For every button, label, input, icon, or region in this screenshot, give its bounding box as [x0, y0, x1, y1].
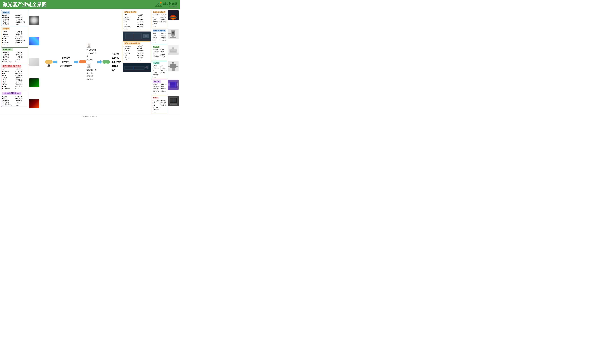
svg-rect-32	[172, 36, 174, 37]
svg-rect-40	[170, 50, 172, 51]
upstream-label-col: 上游	[45, 10, 53, 114]
laser-machine-image	[123, 31, 151, 41]
semiconductor-col1: • 环旭电子 • 歌尔声学 • 大恒科技 • 利达光电 • ......	[153, 83, 159, 94]
arrow-right-icon2	[74, 60, 79, 64]
content-area: 光学元件 • 舜宇光学 • 利达光电 • 水晶光电 • 凤凰光学 • 奥普光电 …	[0, 9, 180, 115]
downstream-label: 下游	[102, 60, 110, 64]
printing-content: • 武汉滨湖机电 • 3D Systems • Stratasys • ....…	[153, 100, 166, 113]
high-power-col1: • IPG • Coherent • SPI • NHK • JDSU • Nu…	[2, 68, 14, 90]
list-item: • 德龙激光	[15, 54, 27, 56]
svg-point-13	[145, 35, 147, 37]
list-item: • 盛雄激光	[15, 81, 27, 83]
list-item: • 舜宇光学	[2, 14, 14, 17]
list-item: • Fibercore	[2, 44, 14, 46]
list-item: • Nufern	[2, 37, 14, 39]
list-item: • Operations	[2, 87, 14, 90]
arrow1	[53, 60, 58, 64]
list-item: • ......	[153, 25, 159, 27]
list-item: • 3D Systems	[153, 104, 159, 108]
list-item: • 富士康	[153, 72, 159, 74]
list-item: • PRIMA	[160, 72, 166, 74]
right-service-panels: 激光服务-表面处理 • 新松机器人 • 新南洋 • 炬光科技 • Nufern …	[152, 10, 179, 114]
robot-svg	[168, 61, 179, 71]
list-item: 通讯半导体	[112, 60, 121, 64]
mid-power-col1: • 大族激光 • 光韵达 • 利达光电 • 金运激光 • 中国电子科技	[2, 95, 14, 106]
list-item: • 大恒科技	[160, 18, 166, 21]
downstream-label-col: 下游	[102, 10, 110, 114]
optics-components-content: • 舜宇光学 • 利达光电 • 水晶光电 • 凤凰光学 • 奥普光电 • 福星科…	[2, 14, 27, 25]
list-item: • 华工光电	[15, 79, 27, 81]
list-item: • Fotona	[160, 55, 166, 58]
arrow2	[74, 60, 79, 64]
semiconductor-content: • 环旭电子 • 歌尔声学 • 大恒科技 • 利达光电 • ...... • 长…	[153, 83, 166, 94]
laser-red-image	[29, 99, 39, 108]
list-item: • 大恒科技	[160, 37, 166, 39]
list-item: • 利达光电	[153, 90, 159, 92]
mid-power-col2: • 长飞光纤 • 德龙激光 • 大恒科技 • JDSU • ......	[15, 95, 27, 106]
upstream-item2: 光学材料	[62, 61, 70, 63]
list-item: • NHK	[2, 75, 14, 77]
scanner-svg	[168, 29, 179, 39]
mid-items-text: 大功率激光器 中小功率激光器 激光系统	[87, 49, 97, 61]
list-item: • Nufern	[124, 28, 136, 30]
header: 激光器产业链全景图 新材料在线 xincailiao.com	[0, 0, 180, 9]
list-item: • 光电股份	[15, 17, 27, 19]
surface-image	[168, 10, 179, 20]
list-item: • 中国电子科技	[2, 104, 14, 106]
list-item: • 水晶光电	[2, 19, 14, 21]
chip-svg	[168, 80, 179, 90]
list-item: • 华仁亿和	[15, 37, 27, 39]
optics-materials-content: • JDSU • Corning • Stockyale • Nufern • …	[2, 31, 27, 46]
surface-col1: • 新松机器人 • 新南洋 • 炬光科技 • Nufern • ......	[153, 14, 159, 27]
medical-box: 医疗美容 • 复星医药 • 新科以仁 • 合肥广安 • 亚致光电 • .....…	[152, 45, 167, 61]
list-item: 激光焊接、切割、打标	[87, 69, 97, 75]
list-item: • ......	[15, 44, 27, 46]
list-item: • 普瑞码	[160, 86, 166, 88]
list-item: • Laser	[2, 85, 14, 88]
list-item: • Nufern	[2, 79, 14, 81]
list-item: • 奥普光电	[2, 23, 14, 25]
arrow-right-icon	[53, 60, 58, 64]
list-item: • Stockyale	[2, 35, 14, 37]
list-item: 其它	[112, 68, 121, 72]
footer: Copyright © xincailiao.com	[0, 115, 180, 118]
list-item: • 华骅高科	[160, 67, 166, 69]
downstream-items: 医疗美容 机械制造 通讯半导体 3D打印 其它	[110, 52, 122, 72]
optics-materials-box: 光学材料 • JDSU • Corning • Stockyale • Nufe…	[1, 26, 28, 47]
laser-system-content: • IPG • 华工科技 • Coherent • SPI • NHK • 杰普…	[124, 14, 150, 30]
optics-components-title: 光学元件	[2, 11, 10, 14]
list-item: 机械制造	[112, 56, 121, 60]
svg-point-19	[146, 66, 148, 68]
list-item: • JDSU	[2, 31, 14, 33]
list-item: • 德龙激光	[160, 16, 166, 18]
list-item: • 新科以仁	[153, 51, 159, 53]
list-item: • 华工科技	[124, 47, 136, 50]
list-item: • Cutera	[160, 49, 166, 51]
row1: 激光服务-表面处理 • 新松机器人 • 新南洋 • 炬光科技 • Nufern …	[152, 10, 179, 28]
medical-col1: • 复星医药 • 新科以仁 • 合肥广安 • 亚致光电 • ......	[153, 49, 159, 60]
list-item: • 利达光电	[137, 54, 150, 57]
list-item: • Corning	[2, 33, 14, 35]
list-item: • 大族激光	[15, 68, 27, 70]
high-power-laser-box: 高功率激光器-光纤/半导体 • IPG • Coherent • SPI • N…	[1, 64, 28, 91]
laser-system-box: 激光设备-激光系统 • IPG • 华工科技 • Coherent • SPI …	[123, 10, 151, 31]
list-item: • ......	[15, 60, 27, 62]
logo-area: 新材料在线 xincailiao.com	[155, 2, 177, 7]
list-item: 激光系统	[87, 58, 97, 61]
list-item: • ......	[15, 87, 27, 90]
list-item: • JDSU	[15, 102, 27, 104]
svg-point-39	[172, 47, 174, 49]
list-item: 大功率激光器	[87, 49, 97, 52]
list-item: • 歌尔声学	[153, 86, 159, 88]
list-item: • 炬光科技	[153, 21, 159, 23]
optics-col2: • 福星科技 • 光电股份 • 大恒科技 • 成都光明光电 • ......	[15, 14, 27, 25]
svg-rect-41	[172, 50, 174, 51]
list-item: • NHK	[124, 23, 136, 26]
list-item: • Coherent	[124, 18, 136, 21]
list-item: • 合肥广安	[153, 53, 159, 55]
medical-col2: • Cutera • 赛诺龙 • Allergan • Fotona	[160, 49, 166, 60]
mid-right-area: 激光设备-激光系统 • IPG • 华工科技 • Coherent • SPI …	[123, 10, 179, 114]
list-item: • 天元激光	[15, 85, 27, 88]
laser-service-label: 激光服务	[87, 63, 91, 67]
optics-col1: • 舜宇光学 • 利达光电 • 水晶光电 • 凤凰光学 • 奥普光电	[2, 14, 14, 25]
